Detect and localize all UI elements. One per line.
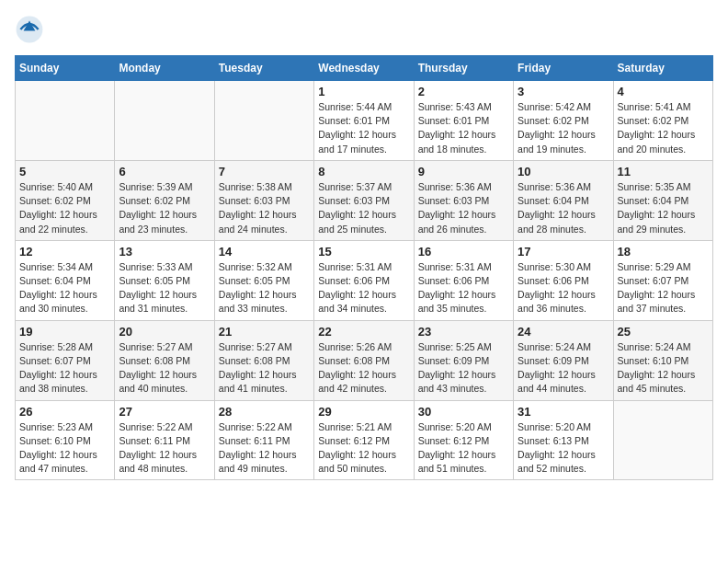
day-info: Sunrise: 5:20 AM Sunset: 6:12 PM Dayligh… [418, 420, 509, 477]
week-row-5: 26Sunrise: 5:23 AM Sunset: 6:10 PM Dayli… [16, 400, 713, 480]
day-cell [613, 400, 712, 480]
day-cell: 31Sunrise: 5:20 AM Sunset: 6:13 PM Dayli… [514, 400, 613, 480]
day-info: Sunrise: 5:40 AM Sunset: 6:02 PM Dayligh… [19, 180, 110, 236]
day-info: Sunrise: 5:38 AM Sunset: 6:03 PM Dayligh… [219, 180, 310, 236]
day-cell: 12Sunrise: 5:34 AM Sunset: 6:04 PM Dayli… [16, 240, 115, 320]
header-cell-saturday: Saturday [613, 56, 712, 81]
day-number: 19 [19, 325, 110, 339]
day-info: Sunrise: 5:41 AM Sunset: 6:02 PM Dayligh… [618, 100, 709, 156]
logo [15, 15, 48, 44]
day-info: Sunrise: 5:29 AM Sunset: 6:07 PM Dayligh… [618, 260, 709, 316]
day-cell: 13Sunrise: 5:33 AM Sunset: 6:05 PM Dayli… [115, 240, 214, 320]
day-cell: 27Sunrise: 5:22 AM Sunset: 6:11 PM Dayli… [115, 400, 214, 480]
day-cell: 26Sunrise: 5:23 AM Sunset: 6:10 PM Dayli… [16, 400, 115, 480]
day-number: 6 [119, 165, 210, 178]
day-cell: 4Sunrise: 5:41 AM Sunset: 6:02 PM Daylig… [613, 81, 712, 161]
day-info: Sunrise: 5:35 AM Sunset: 6:04 PM Dayligh… [618, 180, 709, 236]
day-cell: 3Sunrise: 5:42 AM Sunset: 6:02 PM Daylig… [514, 81, 613, 161]
day-number: 23 [418, 325, 509, 339]
day-cell [16, 81, 115, 161]
day-info: Sunrise: 5:26 AM Sunset: 6:08 PM Dayligh… [318, 340, 409, 396]
day-number: 9 [418, 165, 509, 178]
header-cell-wednesday: Wednesday [314, 56, 414, 81]
day-cell [115, 81, 214, 161]
day-cell: 6Sunrise: 5:39 AM Sunset: 6:02 PM Daylig… [115, 160, 214, 240]
day-cell: 10Sunrise: 5:36 AM Sunset: 6:04 PM Dayli… [514, 160, 613, 240]
day-info: Sunrise: 5:39 AM Sunset: 6:02 PM Dayligh… [119, 180, 210, 236]
day-info: Sunrise: 5:31 AM Sunset: 6:06 PM Dayligh… [418, 260, 509, 316]
day-cell: 11Sunrise: 5:35 AM Sunset: 6:04 PM Dayli… [613, 160, 712, 240]
day-number: 7 [219, 165, 310, 178]
day-cell: 5Sunrise: 5:40 AM Sunset: 6:02 PM Daylig… [16, 160, 115, 240]
day-cell: 9Sunrise: 5:36 AM Sunset: 6:03 PM Daylig… [414, 160, 513, 240]
day-info: Sunrise: 5:42 AM Sunset: 6:02 PM Dayligh… [518, 100, 609, 156]
day-cell: 23Sunrise: 5:25 AM Sunset: 6:09 PM Dayli… [414, 320, 513, 400]
day-number: 13 [119, 245, 210, 259]
header-cell-monday: Monday [115, 56, 214, 81]
day-cell: 24Sunrise: 5:24 AM Sunset: 6:09 PM Dayli… [514, 320, 613, 400]
day-cell: 18Sunrise: 5:29 AM Sunset: 6:07 PM Dayli… [613, 240, 712, 320]
calendar-table: SundayMondayTuesdayWednesdayThursdayFrid… [15, 55, 713, 480]
day-number: 11 [618, 165, 709, 178]
day-number: 21 [219, 325, 310, 339]
day-cell: 28Sunrise: 5:22 AM Sunset: 6:11 PM Dayli… [214, 400, 313, 480]
day-info: Sunrise: 5:37 AM Sunset: 6:03 PM Dayligh… [318, 180, 409, 236]
day-number: 25 [618, 325, 709, 339]
day-number: 10 [518, 165, 609, 178]
day-number: 15 [318, 245, 409, 259]
day-info: Sunrise: 5:27 AM Sunset: 6:08 PM Dayligh… [219, 340, 310, 396]
day-cell: 21Sunrise: 5:27 AM Sunset: 6:08 PM Dayli… [214, 320, 313, 400]
day-info: Sunrise: 5:21 AM Sunset: 6:12 PM Dayligh… [318, 420, 409, 477]
day-number: 24 [518, 325, 609, 339]
day-cell: 29Sunrise: 5:21 AM Sunset: 6:12 PM Dayli… [314, 400, 414, 480]
day-info: Sunrise: 5:22 AM Sunset: 6:11 PM Dayligh… [119, 420, 210, 477]
day-cell: 17Sunrise: 5:30 AM Sunset: 6:06 PM Dayli… [514, 240, 613, 320]
day-number: 31 [518, 405, 609, 419]
day-cell: 2Sunrise: 5:43 AM Sunset: 6:01 PM Daylig… [414, 81, 513, 161]
page-header [15, 15, 713, 44]
day-number: 28 [219, 405, 310, 419]
day-number: 8 [318, 165, 409, 178]
header-cell-thursday: Thursday [414, 56, 513, 81]
header-row: SundayMondayTuesdayWednesdayThursdayFrid… [16, 56, 713, 81]
header-cell-sunday: Sunday [16, 56, 115, 81]
day-number: 1 [318, 85, 409, 98]
week-row-1: 1Sunrise: 5:44 AM Sunset: 6:01 PM Daylig… [16, 81, 713, 161]
day-info: Sunrise: 5:20 AM Sunset: 6:13 PM Dayligh… [518, 420, 609, 477]
day-cell: 14Sunrise: 5:32 AM Sunset: 6:05 PM Dayli… [214, 240, 313, 320]
day-info: Sunrise: 5:25 AM Sunset: 6:09 PM Dayligh… [418, 340, 509, 396]
logo-icon [15, 15, 44, 44]
day-info: Sunrise: 5:32 AM Sunset: 6:05 PM Dayligh… [219, 260, 310, 316]
header-cell-tuesday: Tuesday [214, 56, 313, 81]
day-cell [214, 81, 313, 161]
week-row-2: 5Sunrise: 5:40 AM Sunset: 6:02 PM Daylig… [16, 160, 713, 240]
day-number: 4 [618, 85, 709, 98]
day-cell: 8Sunrise: 5:37 AM Sunset: 6:03 PM Daylig… [314, 160, 414, 240]
day-number: 2 [418, 85, 509, 98]
day-info: Sunrise: 5:23 AM Sunset: 6:10 PM Dayligh… [19, 420, 110, 477]
day-number: 27 [119, 405, 210, 419]
day-info: Sunrise: 5:24 AM Sunset: 6:09 PM Dayligh… [518, 340, 609, 396]
header-cell-friday: Friday [514, 56, 613, 81]
day-info: Sunrise: 5:33 AM Sunset: 6:05 PM Dayligh… [119, 260, 210, 316]
day-info: Sunrise: 5:36 AM Sunset: 6:03 PM Dayligh… [418, 180, 509, 236]
day-number: 16 [418, 245, 509, 259]
day-number: 29 [318, 405, 409, 419]
day-info: Sunrise: 5:31 AM Sunset: 6:06 PM Dayligh… [318, 260, 409, 316]
day-number: 30 [418, 405, 509, 419]
day-cell: 22Sunrise: 5:26 AM Sunset: 6:08 PM Dayli… [314, 320, 414, 400]
day-number: 5 [19, 165, 110, 178]
day-cell: 7Sunrise: 5:38 AM Sunset: 6:03 PM Daylig… [214, 160, 313, 240]
day-info: Sunrise: 5:28 AM Sunset: 6:07 PM Dayligh… [19, 340, 110, 396]
calendar-header: SundayMondayTuesdayWednesdayThursdayFrid… [16, 56, 713, 81]
day-info: Sunrise: 5:43 AM Sunset: 6:01 PM Dayligh… [418, 100, 509, 156]
calendar-body: 1Sunrise: 5:44 AM Sunset: 6:01 PM Daylig… [16, 81, 713, 480]
day-cell: 25Sunrise: 5:24 AM Sunset: 6:10 PM Dayli… [613, 320, 712, 400]
day-number: 22 [318, 325, 409, 339]
day-cell: 15Sunrise: 5:31 AM Sunset: 6:06 PM Dayli… [314, 240, 414, 320]
day-number: 14 [219, 245, 310, 259]
week-row-4: 19Sunrise: 5:28 AM Sunset: 6:07 PM Dayli… [16, 320, 713, 400]
day-cell: 16Sunrise: 5:31 AM Sunset: 6:06 PM Dayli… [414, 240, 513, 320]
day-cell: 19Sunrise: 5:28 AM Sunset: 6:07 PM Dayli… [16, 320, 115, 400]
day-number: 20 [119, 325, 210, 339]
